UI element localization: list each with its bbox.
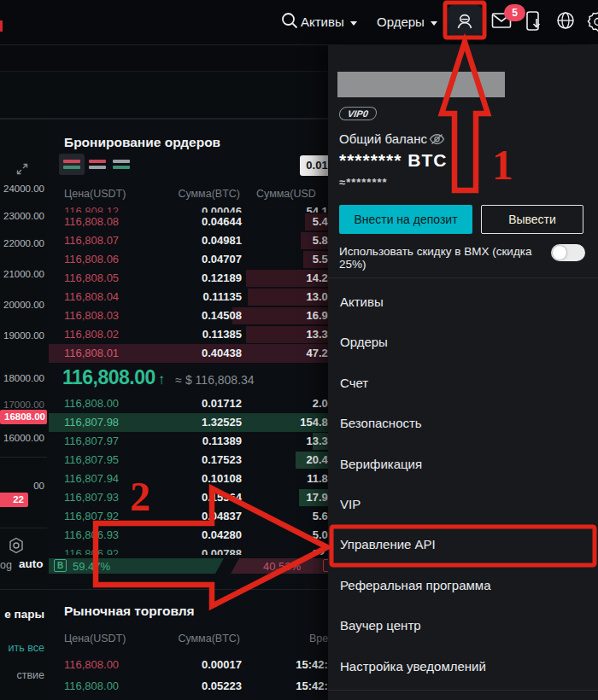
order-amount: 0.15364 [202,491,242,504]
order-total: 154.80 [257,416,328,429]
menu-item-verification[interactable]: Верификация [328,444,598,484]
buy-percent: 59.47% [73,560,110,573]
orderbook-bid-row[interactable]: 116,807.970.1138913.30 [49,432,328,451]
bmx-discount-toggle[interactable] [551,244,585,261]
order-price: 116,808.01 [64,347,119,359]
search-icon[interactable] [280,11,299,30]
clear-all-link-fragment[interactable]: ить все [9,642,44,654]
column-header-price: Цена(USDT) [64,188,126,200]
order-amount: 0.04280 [202,528,242,541]
order-price: 116,808.02 [64,328,119,341]
precision-select[interactable]: 0.01 [300,155,328,176]
orderbook-bid-row[interactable]: 116,806.930.042805.00 [49,526,328,545]
menu-item-referral-program[interactable]: Реферальная программа [328,565,598,605]
order-amount: 0.14508 [202,309,242,322]
axis-tick: 24000.00 [0,184,44,194]
settings-hex-icon[interactable] [7,536,26,555]
orderbook-ask-row[interactable]: 116,808.120.0004654.13 [49,202,328,213]
orderbook-ask-row[interactable]: 116,808.050.1218914.24 [49,269,328,288]
price-up-arrow-icon: ↑ [158,371,166,388]
order-price: 116,808.08 [64,215,119,228]
orderbook-bid-row[interactable]: 116,806.920.0078892.0 [49,545,328,555]
order-price: 116,808.07 [64,234,119,247]
bmx-discount-label: Использовать скидку в BMX (скидка 25%) [339,245,544,271]
trade-price: 116,808.00 [64,680,119,692]
buy-badge: B [54,559,67,572]
order-total: 5.50 [257,253,328,265]
expand-icon[interactable] [15,162,29,176]
last-price: 116,808.00 [62,366,155,389]
order-amount: 0.00046 [202,205,242,213]
orderbook-bid-row[interactable]: 116,807.920.048375.65 [49,507,328,526]
last-price-fiat: ≈ $ 116,808.34 [175,373,254,387]
withdraw-button[interactable]: Вывести [481,205,583,234]
user-icon [454,11,475,32]
menu-item-security[interactable]: Безопасность [328,403,598,443]
order-price: 116,808.03 [64,309,119,322]
trade-row[interactable]: 116,808.000.0001715:42:3 [49,655,328,676]
order-amount: 0.17523 [202,453,242,466]
balance-fiat-masked-value: ≈******** [339,176,388,189]
orderbook-view-asks[interactable] [89,157,106,171]
gear-icon[interactable] [587,10,598,32]
app-download-icon[interactable] [525,10,543,32]
order-price: 116,806.93 [64,528,119,541]
orderbook-view-bids[interactable] [113,157,130,171]
trade-row[interactable]: 116,808.000.0522315:42:3 [49,676,328,697]
orderbook-view-both[interactable] [63,157,80,171]
ticker-band [0,46,328,72]
order-amount: 1.32525 [202,416,242,429]
order-total: 11.81 [257,472,328,485]
neutral-bar-icon [113,160,130,163]
order-amount: 0.11385 [202,328,242,341]
order-amount: 0.04644 [202,215,242,228]
orderbook-ask-row[interactable]: 116,808.020.1138513.30 [49,325,328,344]
orderbook-ask-row[interactable]: 116,808.060.047075.50 [49,250,328,269]
order-amount: 0.01712 [202,397,242,410]
menu-item-assets[interactable]: Активы [328,282,598,322]
order-amount: 0.04837 [202,510,242,522]
notification-badge: 5 [504,4,525,21]
menu-item-account[interactable]: Счет [328,363,598,403]
menu-item-orders[interactable]: Ордеры [328,322,598,362]
menu-item-voucher-center[interactable]: Ваучер центр [328,605,598,645]
orderbook-bid-row[interactable]: 116,807.950.1752320.47 [49,451,328,470]
market-trades-title: Рыночная торговля [64,604,195,619]
auto-scale-toggle[interactable]: auto [19,557,44,570]
nav-orders[interactable]: Ордеры [377,12,437,32]
menu-item-notification-settings[interactable]: Настройка уведомлений [328,646,598,686]
nav-assets[interactable]: Активы [301,12,357,32]
order-amount: 0.04707 [202,253,242,265]
market-trades-panel: Рыночная торговля Цена(USDT) Сумма(BTC) … [47,590,328,700]
orderbook-ask-row[interactable]: 116,808.010.4043847.23 [49,344,328,363]
orderbook-ask-row[interactable]: 116,808.040.1113513.01 [49,288,328,306]
menu-item-api-management[interactable]: Управление API [328,524,598,564]
menu-item-vip[interactable]: VIP [328,484,598,524]
globe-icon[interactable] [555,10,576,31]
orderbook-ask-row[interactable]: 116,808.080.046445.42 [49,213,328,231]
orderbook-bid-row[interactable]: 116,808.000.017122.00 [49,394,328,413]
axis-tick: 20000.00 [0,300,44,310]
order-amount: 0.10108 [202,472,242,485]
eye-off-icon[interactable] [429,132,445,146]
deposit-button[interactable]: Внести на депозит [339,205,472,234]
order-price: 116,807.92 [64,510,119,522]
order-total: 13.01 [257,290,328,303]
orderbook-bid-row[interactable]: 116,807.930.1536417.95 [49,488,328,507]
bids-bar-icon [63,166,80,169]
orderbook-ask-row[interactable]: 116,808.070.049815.82 [49,231,328,250]
orderbook-bid-row[interactable]: 116,807.981.32525154.80 [49,413,328,432]
axis-tick: 23000.00 [0,211,44,221]
balance-masked-value: ******** BTC [339,150,447,171]
trade-time: 15:42:3 [266,680,328,692]
divider [0,457,47,458]
log-scale-fragment[interactable]: og [0,559,12,571]
orderbook-bid-row[interactable]: 116,807.940.1010811.81 [49,470,328,488]
last-price-row[interactable]: 116,808.00 ↑ ≈ $ 116,808.34 [49,366,328,392]
trading-pairs-tab-fragment[interactable]: е пары [4,608,44,621]
account-menu-button[interactable] [448,5,482,38]
sell-percent: 40.53% [263,560,301,573]
order-total: 5.00 [257,528,328,541]
orderbook-ask-row[interactable]: 116,808.030.1450816.95 [49,306,328,325]
price-badge-fragment: 22 [0,493,28,507]
